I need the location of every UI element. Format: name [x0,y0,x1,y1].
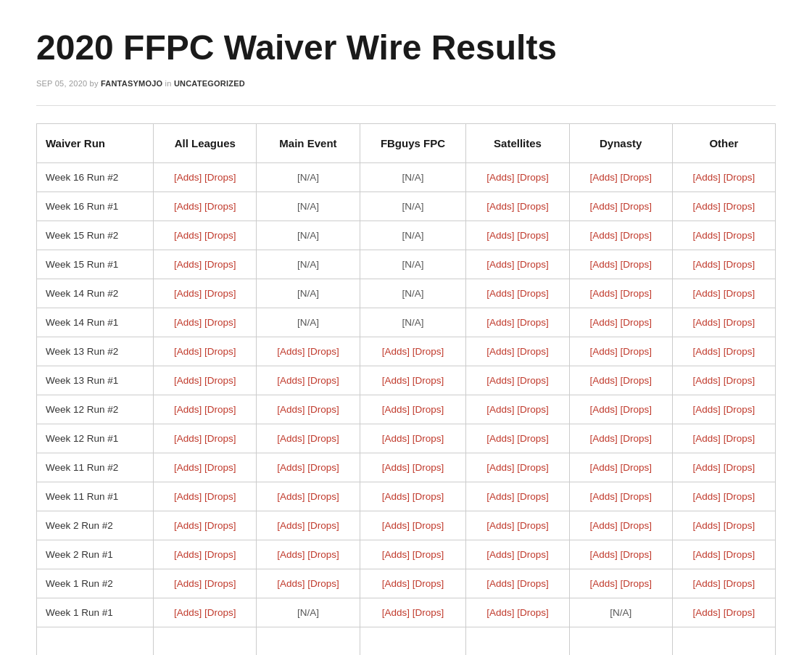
drops-link[interactable]: [Drops] [620,317,652,328]
drops-link[interactable]: [Drops] [413,433,444,444]
drops-link[interactable]: [Drops] [724,462,755,473]
adds-link[interactable]: [Adds] [693,462,721,473]
adds-link[interactable]: [Adds] [589,259,617,270]
drops-link[interactable]: [Drops] [620,462,652,473]
drops-link[interactable]: [Drops] [413,520,444,531]
drops-link[interactable]: [Drops] [204,404,236,415]
drops-link[interactable]: [Drops] [620,433,652,444]
drops-link[interactable]: [Drops] [724,607,755,618]
adds-link[interactable]: [Adds] [486,375,514,386]
drops-link[interactable]: [Drops] [620,346,652,357]
adds-link[interactable]: [Adds] [486,462,514,473]
adds-link[interactable]: [Adds] [693,491,721,502]
adds-link[interactable]: [Adds] [174,491,202,502]
drops-link[interactable]: [Drops] [307,549,339,560]
drops-link[interactable]: [Drops] [620,549,652,560]
drops-link[interactable]: [Drops] [204,259,236,270]
drops-link[interactable]: [Drops] [413,578,444,589]
adds-link[interactable]: [Adds] [382,433,410,444]
adds-link[interactable]: [Adds] [693,433,721,444]
adds-link[interactable]: [Adds] [693,172,721,183]
drops-link[interactable]: [Drops] [517,317,549,328]
drops-link[interactable]: [Drops] [204,375,236,386]
drops-link[interactable]: [Drops] [724,404,755,415]
adds-link[interactable]: [Adds] [382,549,410,560]
drops-link[interactable]: [Drops] [724,317,755,328]
adds-link[interactable]: [Adds] [589,346,617,357]
adds-link[interactable]: [Adds] [589,375,617,386]
adds-link[interactable]: [Adds] [174,317,202,328]
adds-link[interactable]: [Adds] [174,230,202,241]
drops-link[interactable]: [Drops] [620,201,652,212]
drops-link[interactable]: [Drops] [724,375,755,386]
drops-link[interactable]: [Drops] [517,549,549,560]
adds-link[interactable]: [Adds] [589,491,617,502]
drops-link[interactable]: [Drops] [517,201,549,212]
drops-link[interactable]: [Drops] [517,404,549,415]
adds-link[interactable]: [Adds] [589,201,617,212]
drops-link[interactable]: [Drops] [413,607,444,618]
adds-link[interactable]: [Adds] [382,491,410,502]
adds-link[interactable]: [Adds] [382,375,410,386]
adds-link[interactable]: [Adds] [382,520,410,531]
drops-link[interactable]: [Drops] [204,317,236,328]
drops-link[interactable]: [Drops] [517,462,549,473]
drops-link[interactable]: [Drops] [620,172,652,183]
drops-link[interactable]: [Drops] [517,230,549,241]
drops-link[interactable]: [Drops] [517,172,549,183]
drops-link[interactable]: [Drops] [204,578,236,589]
adds-link[interactable]: [Adds] [693,549,721,560]
adds-link[interactable]: [Adds] [693,346,721,357]
drops-link[interactable]: [Drops] [620,259,652,270]
adds-link[interactable]: [Adds] [174,288,202,299]
drops-link[interactable]: [Drops] [307,404,339,415]
drops-link[interactable]: [Drops] [517,491,549,502]
drops-link[interactable]: [Drops] [204,462,236,473]
adds-link[interactable]: [Adds] [486,172,514,183]
drops-link[interactable]: [Drops] [517,433,549,444]
adds-link[interactable]: [Adds] [174,172,202,183]
adds-link[interactable]: [Adds] [382,346,410,357]
adds-link[interactable]: [Adds] [486,578,514,589]
adds-link[interactable]: [Adds] [486,607,514,618]
adds-link[interactable]: [Adds] [693,230,721,241]
drops-link[interactable]: [Drops] [413,375,444,386]
drops-link[interactable]: [Drops] [724,172,755,183]
drops-link[interactable]: [Drops] [413,346,444,357]
drops-link[interactable]: [Drops] [517,520,549,531]
adds-link[interactable]: [Adds] [486,317,514,328]
adds-link[interactable]: [Adds] [277,491,304,502]
adds-link[interactable]: [Adds] [589,549,617,560]
adds-link[interactable]: [Adds] [174,549,202,560]
adds-link[interactable]: [Adds] [486,549,514,560]
adds-link[interactable]: [Adds] [486,346,514,357]
adds-link[interactable]: [Adds] [174,201,202,212]
adds-link[interactable]: [Adds] [693,520,721,531]
adds-link[interactable]: [Adds] [174,607,202,618]
drops-link[interactable]: [Drops] [517,578,549,589]
drops-link[interactable]: [Drops] [413,404,444,415]
adds-link[interactable]: [Adds] [174,346,202,357]
drops-link[interactable]: [Drops] [620,230,652,241]
adds-link[interactable]: [Adds] [486,259,514,270]
adds-link[interactable]: [Adds] [174,259,202,270]
adds-link[interactable]: [Adds] [277,433,304,444]
adds-link[interactable]: [Adds] [382,404,410,415]
adds-link[interactable]: [Adds] [589,578,617,589]
adds-link[interactable]: [Adds] [589,317,617,328]
drops-link[interactable]: [Drops] [620,578,652,589]
adds-link[interactable]: [Adds] [693,201,721,212]
drops-link[interactable]: [Drops] [724,230,755,241]
adds-link[interactable]: [Adds] [277,346,304,357]
adds-link[interactable]: [Adds] [693,578,721,589]
adds-link[interactable]: [Adds] [174,578,202,589]
adds-link[interactable]: [Adds] [486,404,514,415]
drops-link[interactable]: [Drops] [724,259,755,270]
drops-link[interactable]: [Drops] [307,433,339,444]
drops-link[interactable]: [Drops] [517,375,549,386]
adds-link[interactable]: [Adds] [589,172,617,183]
drops-link[interactable]: [Drops] [307,491,339,502]
adds-link[interactable]: [Adds] [174,462,202,473]
adds-link[interactable]: [Adds] [589,288,617,299]
adds-link[interactable]: [Adds] [589,404,617,415]
